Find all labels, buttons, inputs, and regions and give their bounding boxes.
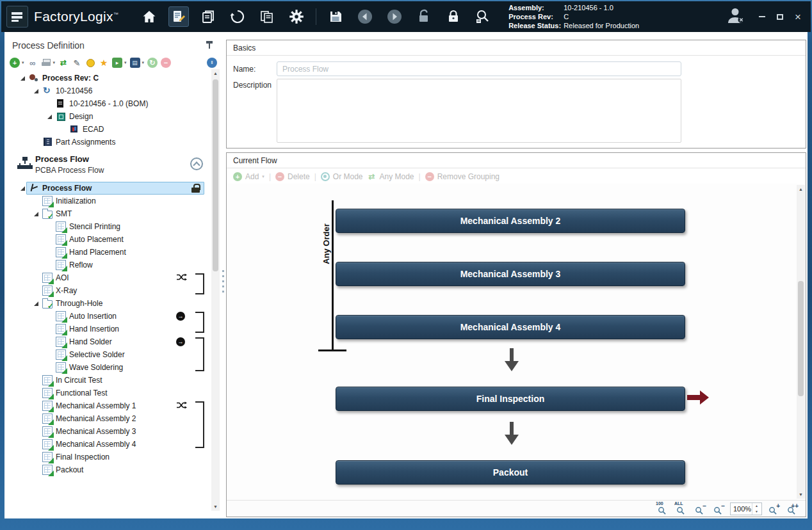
scroll-up-button[interactable]: ▲ xyxy=(797,185,805,193)
tree-item[interactable]: Process Flow xyxy=(4,182,208,195)
tree-item[interactable]: In Circuit Test xyxy=(4,374,208,387)
tree-item[interactable]: 10-210456 - 1.0 (BOM) xyxy=(4,97,208,110)
zoom-out-icon[interactable]: − xyxy=(693,502,707,515)
edit-document-icon[interactable] xyxy=(168,6,189,27)
minimize-button[interactable] xyxy=(754,11,770,22)
expander-icon[interactable] xyxy=(33,87,41,95)
tree-item[interactable]: Final Inspection xyxy=(4,451,208,463)
toolbar-shuffle-icon[interactable] xyxy=(58,58,69,68)
zoom-all-icon[interactable]: ALL xyxy=(674,502,688,515)
dropdown-caret-icon[interactable]: ▾ xyxy=(262,174,264,179)
dropdown-caret-icon[interactable]: ▾ xyxy=(124,60,127,65)
home-icon[interactable] xyxy=(139,6,159,27)
flow-node[interactable]: Final Inspection xyxy=(336,387,685,411)
toolbar-any-mode-button[interactable]: Any Mode xyxy=(368,172,414,181)
tree-item[interactable]: Auto Placement xyxy=(4,233,208,246)
tree-item[interactable]: Mechanical Assembly 3 xyxy=(4,425,208,438)
toolbar-pause-icon[interactable] xyxy=(207,58,217,68)
toolbar-add-button[interactable]: Add▾ xyxy=(233,172,264,181)
dropdown-caret-icon[interactable]: ▾ xyxy=(142,60,145,65)
tree-item[interactable]: Through-Hole xyxy=(4,297,208,310)
toolbar-link-icon[interactable] xyxy=(28,58,38,68)
scroll-up-button[interactable]: ▲ xyxy=(211,69,220,77)
zoom-increase-icon[interactable]: ++ xyxy=(785,502,799,515)
scroll-thumb[interactable] xyxy=(213,79,218,271)
sync-icon[interactable] xyxy=(227,6,248,27)
tree-item[interactable]: Auto Insertion xyxy=(4,310,208,323)
tree-item[interactable]: Design xyxy=(4,110,208,123)
tree-item[interactable]: Initialization xyxy=(4,195,208,207)
tree-item[interactable]: SMT xyxy=(4,207,208,220)
lock-icon[interactable] xyxy=(443,6,464,27)
scroll-down-button[interactable]: ▼ xyxy=(797,490,805,499)
tree-item[interactable]: Mechanical Assembly 1 xyxy=(4,399,208,412)
scroll-down-button[interactable]: ▼ xyxy=(211,502,220,511)
toolbar-or-mode-button[interactable]: Or Mode xyxy=(321,172,363,181)
tree-item[interactable]: X-Ray xyxy=(4,284,208,297)
toolbar-star-icon[interactable] xyxy=(99,58,109,68)
expander-icon[interactable] xyxy=(33,300,41,308)
user-icon[interactable] xyxy=(726,6,745,27)
tree-item[interactable]: Part Assignments xyxy=(4,136,208,149)
toolbar-remove-grouping-button[interactable]: Remove Grouping xyxy=(425,172,499,181)
tree-item[interactable]: ECAD xyxy=(4,123,208,136)
tree-item[interactable]: 10-210456 xyxy=(4,84,208,97)
toolbar-pencil-icon[interactable] xyxy=(72,58,82,68)
zoom-value-input[interactable] xyxy=(731,503,752,515)
flow-node[interactable]: Mechanical Assembly 3 xyxy=(336,262,685,286)
expander-icon[interactable] xyxy=(46,113,54,121)
tree-item[interactable]: Mechanical Assembly 4 xyxy=(4,438,208,451)
toolbar-remove-icon[interactable] xyxy=(161,58,171,68)
toolbar-export-icon[interactable] xyxy=(112,58,122,68)
process-flow-section-header[interactable]: Process Flow PCBA Process Flow xyxy=(8,152,208,181)
expander-icon[interactable] xyxy=(33,210,41,218)
tree-item[interactable]: Hand Insertion xyxy=(4,323,208,335)
tree-item[interactable]: Functional Test xyxy=(4,387,208,399)
toolbar-sync-icon[interactable] xyxy=(147,58,158,68)
tree-item[interactable]: Stencil Printing xyxy=(4,220,208,233)
flow-node[interactable]: Packout xyxy=(336,460,685,485)
tree-item[interactable]: Hand Placement xyxy=(4,246,208,259)
sidebar-scrollbar[interactable]: ▲ ▼ xyxy=(211,69,220,511)
tree-item[interactable]: AOI xyxy=(4,271,208,284)
zoom-spin-down-icon[interactable]: ▼ xyxy=(752,509,761,515)
tree-item[interactable]: Packout xyxy=(4,463,208,476)
description-input[interactable] xyxy=(277,79,681,143)
zoom-in-icon[interactable]: + xyxy=(767,502,781,515)
tree-item[interactable]: Mechanical Assembly 2 xyxy=(4,412,208,425)
tree-item[interactable]: Selective Solder xyxy=(4,348,208,361)
search-audit-icon[interactable] xyxy=(473,6,493,27)
forward-icon[interactable] xyxy=(384,6,405,27)
toolbar-package-icon[interactable] xyxy=(130,58,140,68)
flow-node[interactable]: Mechanical Assembly 4 xyxy=(336,315,685,339)
unlock-icon[interactable] xyxy=(414,6,434,27)
scroll-thumb[interactable] xyxy=(798,281,804,396)
zoom-100-icon[interactable]: 100 xyxy=(656,502,670,515)
flow-node[interactable]: Mechanical Assembly 2 xyxy=(336,209,685,233)
toolbar-delete-button[interactable]: Delete xyxy=(275,172,310,181)
settings-gear-icon[interactable] xyxy=(286,6,307,27)
close-button[interactable] xyxy=(790,11,806,22)
toolbar-print-icon[interactable] xyxy=(41,58,51,68)
tree-item[interactable]: Wave Soldering xyxy=(4,361,208,374)
expander-icon[interactable] xyxy=(19,184,28,193)
zoom-decrease-icon[interactable]: − xyxy=(711,502,726,515)
name-input[interactable] xyxy=(277,61,681,76)
flow-scrollbar[interactable]: ▲ ▼ xyxy=(797,185,805,499)
pin-icon[interactable] xyxy=(206,40,213,51)
dropdown-caret-icon[interactable]: ▾ xyxy=(53,60,56,65)
tree-item[interactable]: Hand Solder xyxy=(4,335,208,348)
tree-item[interactable]: Reflow xyxy=(4,259,208,271)
copy-pages-icon[interactable] xyxy=(257,6,277,27)
collapse-up-icon[interactable] xyxy=(190,157,203,170)
toolbar-flask-icon[interactable] xyxy=(85,58,95,68)
expander-icon[interactable] xyxy=(19,74,28,83)
zoom-spin-up-icon[interactable]: ▲ xyxy=(752,503,761,509)
batch-documents-icon[interactable] xyxy=(198,6,218,27)
maximize-button[interactable] xyxy=(772,11,788,22)
save-icon[interactable] xyxy=(325,6,346,27)
back-icon[interactable] xyxy=(355,6,375,27)
dropdown-caret-icon[interactable]: ▾ xyxy=(22,60,24,65)
toolbar-add-icon[interactable] xyxy=(10,58,20,68)
tree-item[interactable]: Process Rev: C xyxy=(4,72,208,84)
